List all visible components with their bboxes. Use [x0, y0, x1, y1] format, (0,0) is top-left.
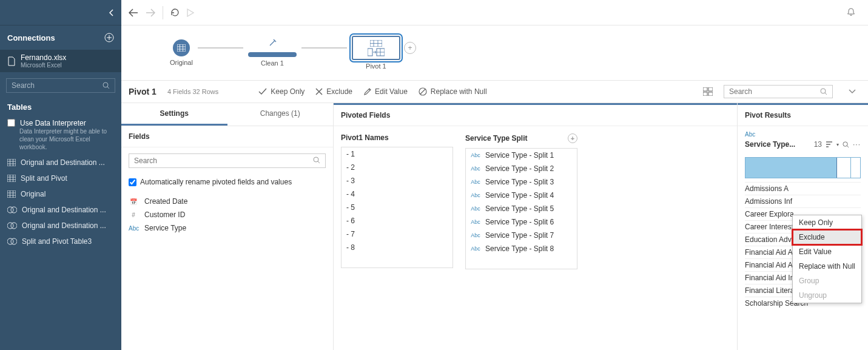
flow-node-clean[interactable]: Clean 1	[248, 39, 297, 67]
join-icon	[7, 222, 17, 229]
table-icon	[7, 175, 16, 182]
abc-icon: Abc	[471, 246, 480, 252]
ctx-edit-value[interactable]: Edit Value	[793, 244, 861, 259]
sidebar-table-item[interactable]: Split and Pivot Table3	[0, 234, 121, 249]
sidebar-search[interactable]	[6, 78, 115, 93]
run-flow-button[interactable]	[187, 8, 194, 17]
number-icon: #	[129, 212, 138, 218]
result-value-item[interactable]: Admissions Inf	[745, 195, 861, 207]
datatype-abc-icon: Abc	[745, 131, 861, 138]
view-toggle-icon[interactable]	[703, 87, 713, 96]
flow-canvas[interactable]: Original Clean 1 Pivot 1 +	[121, 25, 868, 80]
join-icon	[7, 206, 17, 214]
use-data-interpreter[interactable]: Use Data Interpreter	[7, 119, 114, 127]
tables-title: Tables	[0, 99, 121, 115]
pivoted-fields-title: Pivoted Fields	[334, 103, 737, 126]
pivot-name-item[interactable]: - 5	[341, 201, 453, 214]
pivot-split-item[interactable]: AbcService Type - Split 8	[466, 242, 577, 255]
pivot-split-item[interactable]: AbcService Type - Split 6	[466, 215, 577, 229]
sidebar-table-item[interactable]: Orignal and Destination ...	[0, 155, 121, 170]
connections-title: Connections	[7, 33, 55, 42]
tab-settings[interactable]: Settings	[121, 103, 227, 126]
keep-only-button[interactable]: Keep Only	[258, 87, 304, 96]
pivot-split-item[interactable]: AbcService Type - Split 2	[466, 162, 577, 175]
connection-item[interactable]: Fernando.xlsx Microsoft Excel	[0, 50, 121, 72]
ctx-replace-null[interactable]: Replace with Null	[793, 259, 861, 274]
pivot-name-item[interactable]: - 7	[341, 227, 453, 241]
abc-icon: Abc	[471, 166, 480, 172]
svg-rect-4	[7, 190, 16, 198]
flow-node-original[interactable]: Original	[170, 39, 193, 66]
add-connection-button[interactable]	[104, 33, 114, 42]
svg-point-9	[7, 238, 13, 244]
pivot-split-item[interactable]: AbcService Type - Split 5	[466, 202, 577, 215]
connection-file-type: Microsoft Excel	[21, 62, 66, 69]
sidebar-table-item[interactable]: Orignal and Destination ...	[0, 202, 121, 218]
abc-icon: Abc	[471, 192, 480, 198]
pivot-names-header: Pivot1 Names	[341, 133, 389, 142]
field-row[interactable]: #Customer ID	[121, 208, 333, 221]
join-icon	[7, 238, 17, 245]
svg-rect-3	[7, 175, 16, 182]
fields-search-input[interactable]	[134, 156, 313, 165]
search-icon[interactable]	[843, 141, 849, 148]
more-icon[interactable]: ···	[853, 140, 861, 149]
field-row[interactable]: 📅Created Date	[121, 195, 333, 208]
chevron-down-icon[interactable]: ▾	[836, 142, 839, 147]
forward-button[interactable]	[146, 8, 155, 17]
add-step-button[interactable]: +	[404, 42, 416, 54]
sidebar-search-input[interactable]	[12, 81, 103, 90]
pivot-names-list[interactable]: - 1 - 2 - 3 - 4 - 5 - 6 - 7 - 8	[341, 147, 453, 268]
svg-rect-17	[708, 87, 713, 91]
svg-rect-19	[708, 92, 713, 96]
sidebar-table-item[interactable]: Original	[0, 186, 121, 202]
fields-search[interactable]	[129, 153, 326, 168]
expand-panel-button[interactable]	[844, 89, 861, 94]
pivot-split-item[interactable]: AbcService Type - Split 7	[466, 229, 577, 242]
table-icon	[173, 39, 190, 56]
pivot-name-item[interactable]: - 8	[341, 241, 453, 254]
replace-null-button[interactable]: Replace with Null	[419, 87, 487, 96]
sidebar-table-item[interactable]: Split and Pivot	[0, 170, 121, 186]
pivot-split-item[interactable]: AbcService Type - Split 1	[466, 149, 577, 162]
exclude-button[interactable]: Exclude	[315, 87, 352, 96]
svg-rect-2	[7, 159, 16, 166]
pivot-name-item[interactable]: - 4	[341, 187, 453, 201]
refresh-button[interactable]	[170, 8, 180, 17]
result-value-item[interactable]: Admissions A	[745, 182, 861, 195]
data-interpreter-checkbox[interactable]	[7, 119, 15, 127]
abc-icon: Abc	[471, 206, 480, 212]
pivot-name-item[interactable]: - 1	[341, 147, 453, 161]
sidebar-table-item[interactable]: Orignal and Destination ...	[0, 218, 121, 234]
pivot-step-icon	[352, 36, 400, 60]
ctx-ungroup: Ungroup	[793, 288, 861, 303]
svg-rect-16	[703, 87, 707, 91]
pivot-name-item[interactable]: - 3	[341, 174, 453, 187]
notifications-icon[interactable]	[846, 7, 856, 17]
edit-value-button[interactable]: Edit Value	[363, 87, 408, 96]
pivot-name-item[interactable]: - 6	[341, 214, 453, 227]
field-row[interactable]: AbcService Type	[121, 221, 333, 235]
flow-node-pivot[interactable]: Pivot 1	[352, 36, 400, 70]
actionbar-search[interactable]	[724, 85, 833, 98]
data-interpreter-hint: Data Interpreter might be able to clean …	[19, 127, 114, 151]
actionbar-search-input[interactable]	[729, 87, 820, 96]
abc-icon: Abc	[471, 219, 480, 225]
pivot-split-list[interactable]: AbcService Type - Split 1AbcService Type…	[465, 148, 577, 269]
pivot-name-item[interactable]: - 2	[341, 161, 453, 174]
distribution-bar[interactable]	[745, 157, 861, 178]
add-pivot-field-button[interactable]: +	[568, 133, 577, 143]
svg-point-7	[7, 223, 13, 229]
collapse-sidebar-button[interactable]	[109, 9, 114, 16]
back-button[interactable]	[129, 8, 138, 17]
pivot-split-item[interactable]: AbcService Type - Split 4	[466, 189, 577, 202]
tab-changes[interactable]: Changes (1)	[227, 103, 334, 126]
ctx-keep-only[interactable]: Keep Only	[793, 215, 861, 230]
auto-rename-checkbox[interactable]: Automatically rename pivoted fields and …	[121, 174, 333, 190]
search-icon	[313, 156, 320, 165]
ctx-exclude[interactable]: Exclude	[793, 230, 861, 244]
pivot-split-item[interactable]: AbcService Type - Split 3	[466, 175, 577, 189]
svg-point-21	[314, 157, 318, 162]
sort-icon[interactable]	[826, 141, 833, 147]
result-field-name: Service Type...	[745, 140, 810, 149]
